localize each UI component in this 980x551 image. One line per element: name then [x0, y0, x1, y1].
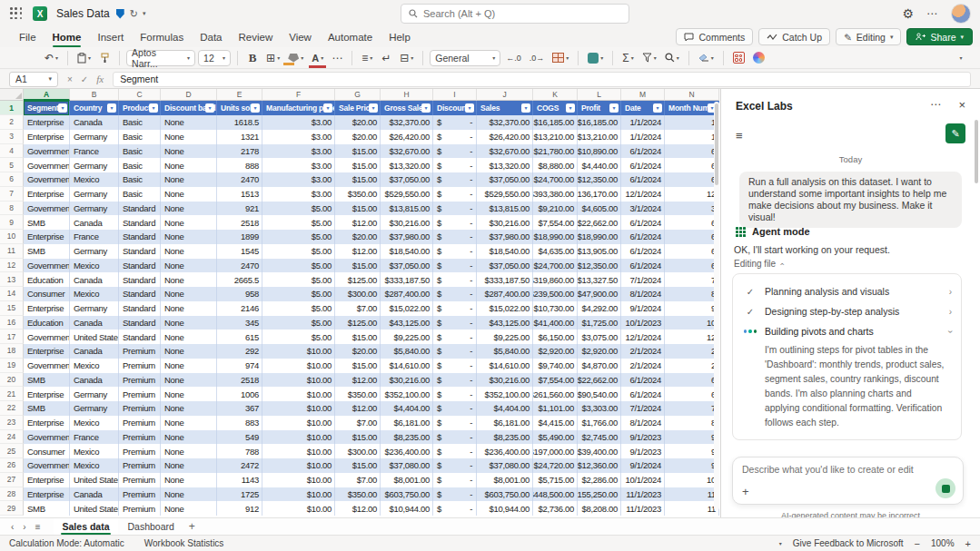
search-box[interactable]	[401, 4, 629, 24]
cell[interactable]: $15.00	[335, 359, 381, 373]
cell[interactable]: $5.00	[262, 230, 335, 244]
cell[interactable]: None	[161, 487, 217, 502]
workbook-statistics-label[interactable]: Workbook Statistics	[144, 538, 224, 548]
cell[interactable]: None	[161, 501, 217, 516]
cell[interactable]: $37,050.00	[477, 172, 533, 187]
find-select-button[interactable]: ▾	[662, 49, 682, 67]
column-header-H[interactable]: H	[381, 89, 433, 101]
cell[interactable]: $43,125.00	[477, 316, 533, 330]
cell[interactable]: $3,303.00	[578, 401, 621, 416]
cell[interactable]: 7/1/2024	[621, 272, 665, 287]
next-sheet-icon[interactable]: ›	[23, 522, 25, 532]
cell[interactable]: Mexico	[70, 416, 119, 430]
cell[interactable]: None	[161, 444, 217, 458]
cell[interactable]: 1/1/2024	[621, 130, 665, 144]
cell[interactable]: None	[161, 202, 217, 216]
cell[interactable]: $-	[433, 158, 477, 172]
menu-tab-automate[interactable]: Automate	[320, 27, 381, 47]
cell[interactable]: $10.00	[262, 444, 335, 458]
cell[interactable]: $155,250.00	[578, 487, 621, 502]
cell[interactable]: 1/1/2024	[621, 115, 665, 130]
cell[interactable]: $-	[433, 130, 477, 144]
sheet-list-icon[interactable]: ≡	[35, 522, 41, 532]
row-number[interactable]: 23	[0, 416, 24, 430]
cell[interactable]: None	[161, 172, 217, 187]
cell[interactable]: France	[70, 430, 119, 445]
cell[interactable]: None	[161, 401, 217, 416]
cell[interactable]: $529,550.00	[477, 187, 533, 202]
filter-dropdown-icon[interactable]: ▾	[323, 103, 332, 113]
cell[interactable]: Standard	[119, 330, 161, 344]
share-button[interactable]: Share ▾	[906, 28, 973, 45]
chevron-icon[interactable]: ›	[945, 330, 955, 332]
cell[interactable]: $12,350.00	[578, 172, 621, 187]
cell[interactable]: None	[161, 301, 217, 316]
header-cell[interactable]: Date▾	[621, 101, 665, 115]
cell[interactable]: $5.00	[262, 215, 335, 230]
cell[interactable]: $136,170.00	[578, 187, 621, 202]
cell[interactable]: $-	[433, 344, 477, 359]
row-number[interactable]: 2	[0, 115, 24, 130]
row-number[interactable]: 16	[0, 316, 24, 330]
cell[interactable]: $15.00	[335, 259, 381, 273]
menu-tab-view[interactable]: View	[281, 27, 320, 47]
cell[interactable]: $5.00	[262, 272, 335, 287]
cell[interactable]: Government	[24, 330, 70, 344]
cell[interactable]: 11	[665, 487, 719, 502]
cell[interactable]: Canada	[70, 115, 119, 130]
name-box[interactable]: A1▾	[9, 72, 58, 87]
column-header-L[interactable]: L	[578, 89, 621, 101]
cell[interactable]: Mexico	[70, 444, 119, 458]
header-cell[interactable]: Discount band▾	[161, 101, 217, 115]
cell[interactable]: SMB	[24, 215, 70, 230]
cell[interactable]: 9	[665, 444, 719, 458]
filter-dropdown-icon[interactable]: ▾	[369, 103, 378, 113]
fill-color-button[interactable]: ▾	[285, 49, 306, 67]
cell[interactable]: Enterprise	[24, 187, 70, 202]
cell[interactable]: 1725	[217, 487, 262, 502]
cell[interactable]: $20.00	[335, 230, 381, 244]
cell[interactable]: $10.00	[262, 359, 335, 373]
cell[interactable]: $352,100.00	[381, 387, 433, 401]
cell[interactable]: $12.00	[335, 373, 381, 388]
header-cell[interactable]: Manufacturing price▾	[262, 101, 335, 115]
menu-tab-help[interactable]: Help	[381, 27, 419, 47]
cell[interactable]: SMB	[24, 501, 70, 516]
cell[interactable]: $-	[433, 430, 477, 445]
cell[interactable]: $6,181.00	[477, 416, 533, 430]
cell[interactable]: $10.00	[262, 373, 335, 388]
cell[interactable]: Basic	[119, 158, 161, 172]
cell[interactable]: $-	[433, 272, 477, 287]
row-number[interactable]: 10	[0, 230, 24, 244]
cell[interactable]: $8,208.00	[578, 501, 621, 516]
cell[interactable]: $8,880.00	[533, 158, 578, 172]
cell[interactable]: $15.00	[335, 202, 381, 216]
cell[interactable]: 6	[665, 215, 719, 230]
cell[interactable]: $22,662.00	[578, 215, 621, 230]
cell[interactable]: $26,420.00	[477, 130, 533, 144]
column-header-J[interactable]: J	[477, 89, 533, 101]
header-cell[interactable]: Gross Sales▾	[381, 101, 433, 115]
cell[interactable]: $125.00	[335, 272, 381, 287]
cell[interactable]: Premium	[119, 387, 161, 401]
cell[interactable]: Standard	[119, 230, 161, 244]
row-number[interactable]: 17	[0, 330, 24, 344]
cell[interactable]: 2518	[217, 215, 262, 230]
cell[interactable]: $30,216.00	[477, 215, 533, 230]
cell[interactable]: $3,075.00	[578, 330, 621, 344]
cell[interactable]: 2518	[217, 373, 262, 388]
cell[interactable]: $37,050.00	[477, 259, 533, 273]
cell[interactable]: 958	[217, 287, 262, 301]
cell[interactable]: 9	[665, 430, 719, 445]
cell[interactable]: 12/1/2024	[621, 330, 665, 344]
confirm-entry-icon[interactable]: ✓	[81, 74, 88, 84]
cell[interactable]: $16,185.00	[578, 115, 621, 130]
cell[interactable]: 2470	[217, 259, 262, 273]
cell[interactable]: 2146	[217, 301, 262, 316]
row-number[interactable]: 6	[0, 172, 24, 187]
cell[interactable]: $37,050.00	[381, 259, 433, 273]
cell[interactable]: $529,550.00	[381, 187, 433, 202]
cell[interactable]: $7,554.00	[533, 215, 578, 230]
cell[interactable]: Canada	[70, 316, 119, 330]
zoom-level-label[interactable]: 100%	[931, 538, 955, 548]
